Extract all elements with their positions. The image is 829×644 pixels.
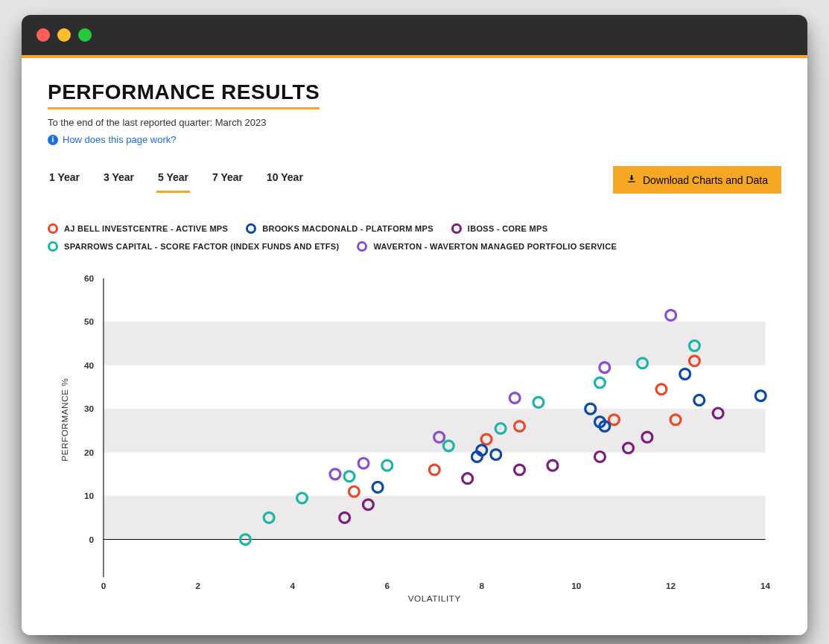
page-subtitle: To the end of the last reported quarter:…	[48, 117, 781, 128]
legend-ring-icon	[48, 241, 58, 252]
legend-label: WAVERTON - WAVERTON MANAGED PORTFOLIO SE…	[373, 242, 617, 251]
help-link[interactable]: i How does this page work?	[48, 134, 176, 145]
svg-text:40: 40	[84, 360, 95, 370]
data-point[interactable]	[382, 460, 393, 471]
legend-item[interactable]: IBOSS - CORE MPS	[451, 223, 547, 234]
tab-7-year[interactable]: 7 Year	[211, 167, 244, 193]
svg-text:14: 14	[760, 581, 771, 590]
download-icon	[626, 173, 637, 186]
data-point[interactable]	[463, 474, 473, 484]
svg-text:2: 2	[196, 581, 201, 590]
svg-text:8: 8	[479, 581, 484, 590]
legend-label: IBOSS - CORE MPS	[468, 224, 547, 233]
download-button[interactable]: Download Charts and Data	[613, 166, 781, 194]
svg-rect-2	[104, 322, 766, 365]
scatter-chart: 010203040506002468101214PERFORMANCE %VOL…	[48, 270, 781, 605]
data-point[interactable]	[594, 451, 605, 462]
time-range-tabs: 1 Year3 Year5 Year7 Year10 Year	[48, 167, 305, 193]
tab-5-year[interactable]: 5 Year	[156, 167, 190, 193]
data-point[interactable]	[330, 469, 340, 479]
legend-ring-icon	[48, 223, 58, 234]
page-title: PERFORMANCE RESULTS	[48, 80, 320, 109]
help-link-label: How does this page work?	[63, 134, 176, 145]
legend-item[interactable]: BROOKS MACDONALD - PLATFORM MPS	[246, 223, 433, 234]
svg-rect-1	[104, 409, 766, 452]
chart-legend: AJ BELL INVESTCENTRE - ACTIVE MPSBROOKS …	[48, 223, 781, 252]
legend-ring-icon	[357, 241, 367, 252]
svg-text:60: 60	[84, 273, 95, 283]
tab-3-year[interactable]: 3 Year	[102, 167, 136, 193]
close-icon[interactable]	[36, 28, 50, 42]
svg-text:0: 0	[89, 535, 95, 544]
data-point[interactable]	[509, 393, 520, 404]
data-point[interactable]	[372, 482, 383, 492]
data-point[interactable]	[656, 384, 667, 395]
download-button-label: Download Charts and Data	[643, 174, 768, 186]
svg-text:50: 50	[84, 316, 95, 326]
svg-text:12: 12	[666, 581, 676, 590]
data-point[interactable]	[358, 458, 369, 468]
svg-text:20: 20	[84, 447, 95, 457]
data-point[interactable]	[666, 310, 676, 320]
data-point[interactable]	[694, 395, 705, 405]
svg-text:VOLATILITY: VOLATILITY	[408, 593, 461, 603]
data-point[interactable]	[755, 391, 766, 401]
data-point[interactable]	[547, 460, 558, 471]
svg-text:10: 10	[84, 491, 95, 500]
legend-item[interactable]: WAVERTON - WAVERTON MANAGED PORTFOLIO SE…	[357, 241, 617, 252]
svg-rect-0	[104, 496, 766, 539]
maximize-icon[interactable]	[78, 28, 92, 42]
info-icon: i	[48, 135, 58, 145]
legend-label: AJ BELL INVESTCENTRE - ACTIVE MPS	[64, 224, 228, 233]
legend-label: BROOKS MACDONALD - PLATFORM MPS	[262, 224, 433, 233]
data-point[interactable]	[349, 486, 359, 497]
data-point[interactable]	[594, 377, 605, 388]
data-point[interactable]	[680, 369, 690, 379]
legend-ring-icon	[246, 223, 256, 234]
svg-text:PERFORMANCE %: PERFORMANCE %	[60, 378, 69, 462]
svg-text:30: 30	[84, 404, 95, 413]
svg-text:0: 0	[101, 581, 107, 590]
minimize-icon[interactable]	[57, 28, 71, 42]
data-point[interactable]	[533, 397, 544, 407]
legend-ring-icon	[451, 223, 462, 234]
data-point[interactable]	[429, 465, 439, 475]
legend-item[interactable]: AJ BELL INVESTCENTRE - ACTIVE MPS	[48, 223, 228, 234]
browser-window: PERFORMANCE RESULTS To the end of the la…	[22, 15, 807, 635]
svg-text:10: 10	[571, 581, 582, 590]
tab-10-year[interactable]: 10 Year	[265, 167, 305, 193]
legend-label: SPARROWS CAPITAL - SCORE FACTOR (INDEX F…	[64, 242, 339, 251]
legend-item[interactable]: SPARROWS CAPITAL - SCORE FACTOR (INDEX F…	[48, 241, 339, 252]
svg-text:4: 4	[290, 581, 296, 590]
data-point[interactable]	[344, 471, 355, 482]
data-point[interactable]	[515, 465, 525, 475]
tab-1-year[interactable]: 1 Year	[48, 167, 81, 193]
page-content: PERFORMANCE RESULTS To the end of the la…	[22, 58, 807, 635]
window-title-bar	[22, 15, 807, 55]
svg-text:6: 6	[385, 581, 390, 590]
chart-svg: 010203040506002468101214PERFORMANCE %VOL…	[48, 270, 781, 605]
